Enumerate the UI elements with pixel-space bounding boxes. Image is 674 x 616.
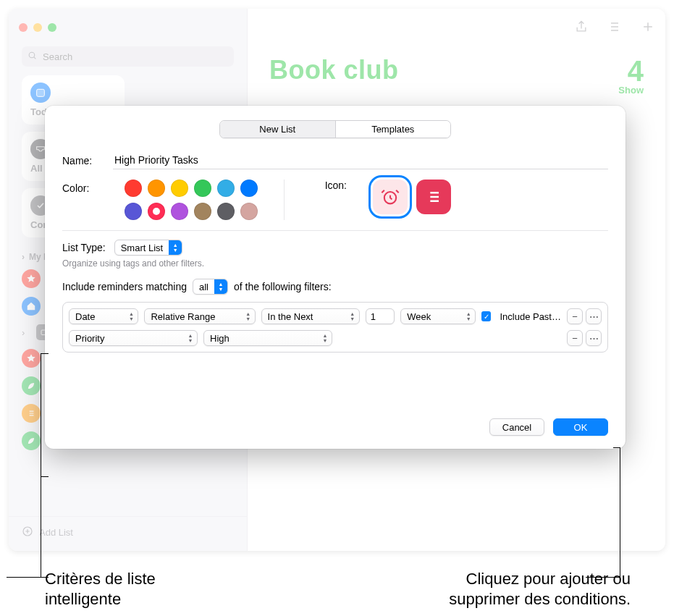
more-filter-button[interactable]: ⋯ — [586, 330, 602, 346]
color-swatch[interactable] — [148, 203, 165, 220]
icon-option-list[interactable] — [416, 180, 451, 214]
callout-add-remove-conditions: Cliquez pour ajouter ou supprimer des co… — [449, 569, 631, 609]
search-field[interactable] — [22, 46, 234, 67]
select-arrows-icon: ▲▼ — [125, 311, 138, 321]
filter-row-priority: Priority ▲▼ High ▲▼ − ⋯ — [69, 330, 602, 346]
color-swatch[interactable] — [194, 180, 211, 197]
filter-row-date: Date ▲▼ Relative Range ▲▼ In the Next ▲▼… — [69, 308, 602, 324]
star-icon — [22, 269, 41, 288]
list-view-icon[interactable] — [607, 20, 622, 36]
filter-field-select[interactable]: Date ▲▼ — [69, 308, 138, 324]
select-arrows-icon: ▲▼ — [346, 311, 359, 321]
ok-button[interactable]: OK — [553, 418, 608, 436]
color-label: Color: — [62, 180, 103, 194]
filter-value-select[interactable]: High ▲▼ — [203, 330, 332, 346]
name-label: Name: — [62, 155, 103, 166]
icon-label: Icon: — [311, 180, 347, 191]
calendar-today-icon — [30, 83, 51, 103]
divider — [284, 180, 285, 220]
select-arrows-icon: ▲▼ — [242, 311, 255, 321]
select-arrows-icon: ▲▼ — [214, 279, 227, 294]
minimize-window-button[interactable] — [33, 23, 42, 32]
list-title: Book club — [269, 55, 399, 85]
remove-filter-button[interactable]: − — [567, 308, 583, 324]
match-sentence: Include reminders matching all ▲▼ of the… — [62, 279, 608, 295]
chevron-right-icon[interactable]: › — [22, 252, 25, 262]
chevron-right-icon[interactable]: › — [22, 327, 29, 338]
color-swatch[interactable] — [171, 180, 188, 197]
dialog-tabs: New List Templates — [219, 120, 451, 138]
list-type-label: List Type: — [62, 242, 106, 253]
callout-bracket-left — [41, 353, 51, 578]
zoom-window-button[interactable] — [48, 23, 56, 32]
svg-rect-1 — [37, 89, 45, 96]
home-icon — [22, 297, 41, 316]
list-bullet-icon — [22, 404, 41, 423]
color-swatch[interactable] — [194, 203, 211, 220]
icon-option-alarm[interactable] — [373, 180, 408, 214]
select-arrows-icon: ▲▼ — [319, 333, 332, 343]
color-swatch[interactable] — [171, 203, 188, 220]
filter-field-select[interactable]: Priority ▲▼ — [69, 330, 198, 346]
select-arrows-icon: ▲▼ — [462, 311, 475, 321]
icon-picker — [373, 180, 451, 214]
filter-amount-input[interactable]: 1 — [366, 308, 395, 324]
leaf-icon — [22, 376, 41, 395]
filter-direction-select[interactable]: In the Next ▲▼ — [261, 308, 360, 324]
tab-new-list[interactable]: New List — [220, 121, 335, 138]
favorites-icon — [22, 349, 41, 368]
include-past-label: Include Past… — [500, 311, 561, 322]
color-swatch[interactable] — [217, 203, 235, 220]
leaf-icon — [22, 431, 41, 450]
titlebar — [9, 9, 665, 46]
remove-filter-button[interactable]: − — [567, 330, 583, 346]
search-icon — [28, 51, 37, 62]
color-swatch[interactable] — [217, 180, 235, 197]
svg-point-0 — [29, 52, 35, 58]
color-swatch[interactable] — [125, 180, 142, 197]
more-filter-button[interactable]: ⋯ — [586, 308, 602, 324]
list-type-hint: Organize using tags and other filters. — [62, 258, 608, 269]
new-list-dialog: New List Templates Name: Color: Icon: Li… — [45, 106, 625, 449]
show-completed-link[interactable]: Show — [269, 85, 644, 96]
select-arrows-icon: ▲▼ — [184, 333, 197, 343]
filter-unit-select[interactable]: Week ▲▼ — [400, 308, 476, 324]
share-icon[interactable] — [574, 20, 589, 36]
add-icon[interactable] — [641, 20, 655, 36]
color-swatches — [125, 180, 258, 220]
include-past-checkbox[interactable]: ✓ — [481, 311, 491, 321]
color-swatch[interactable] — [125, 203, 142, 220]
cancel-button[interactable]: Cancel — [489, 418, 544, 436]
plus-circle-icon — [22, 526, 33, 539]
list-name-input[interactable] — [113, 151, 608, 169]
color-swatch[interactable] — [240, 180, 258, 197]
search-input[interactable] — [41, 51, 228, 63]
list-type-select[interactable]: Smart List ▲▼ — [114, 240, 183, 256]
list-count: 4 — [628, 55, 644, 88]
tab-templates[interactable]: Templates — [335, 121, 451, 138]
close-window-button[interactable] — [19, 23, 28, 32]
match-mode-select[interactable]: all ▲▼ — [193, 279, 228, 295]
callout-smart-list-criteria: Critères de liste intelligente — [45, 569, 156, 609]
traffic-lights — [19, 23, 56, 32]
color-swatch[interactable] — [240, 203, 258, 220]
filters-list: Date ▲▼ Relative Range ▲▼ In the Next ▲▼… — [62, 302, 608, 353]
filter-mode-select[interactable]: Relative Range ▲▼ — [144, 308, 255, 324]
toolbar-actions — [574, 20, 655, 36]
select-arrows-icon: ▲▼ — [169, 240, 182, 255]
callout-bracket-right — [620, 447, 620, 578]
color-swatch[interactable] — [148, 180, 165, 197]
